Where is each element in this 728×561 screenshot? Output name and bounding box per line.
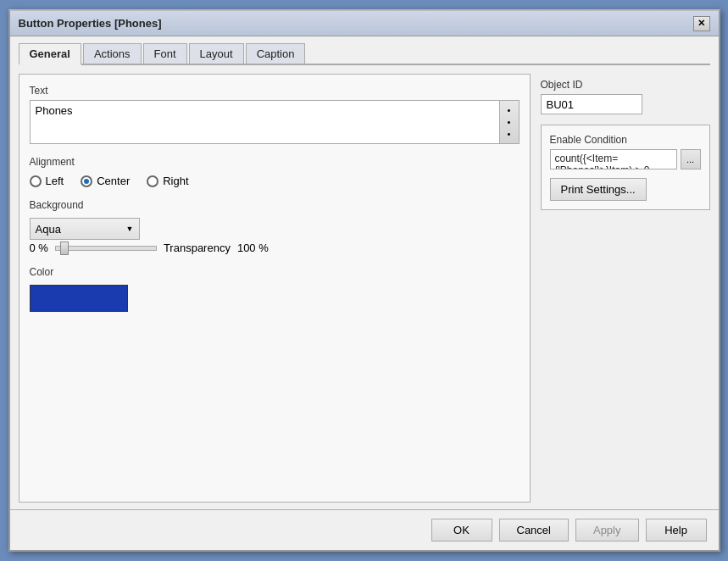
condition-row: count({<Item={'Phones'}>}Item) > 0 ... <box>550 149 701 169</box>
object-id-input[interactable] <box>541 94 642 114</box>
apply-button[interactable]: Apply <box>575 519 639 542</box>
background-row: Aqua ▼ <box>30 218 520 240</box>
transparency-slider[interactable] <box>55 246 157 251</box>
radio-left-circle[interactable] <box>30 175 42 187</box>
ok-button[interactable]: OK <box>431 519 492 542</box>
tab-font[interactable]: Font <box>143 43 187 64</box>
radio-center-label: Center <box>97 175 130 187</box>
transparency-label: Transparency <box>164 242 231 254</box>
object-id-section: Object ID <box>541 79 710 114</box>
color-swatch[interactable] <box>30 285 128 312</box>
condition-text: count({<Item={'Phones'}>}Item) > 0 <box>550 149 677 169</box>
radio-left[interactable]: Left <box>30 175 64 187</box>
dialog-title: Button Properties [Phones] <box>19 17 162 30</box>
transparency-min: 0 % <box>30 242 48 254</box>
dialog-content: General Actions Font Layout Caption Text… <box>10 36 719 509</box>
enable-condition-section: Enable Condition count({<Item={'Phones'}… <box>541 125 710 210</box>
alignment-section: Alignment Left Center Right <box>30 156 520 187</box>
radio-center-circle[interactable] <box>81 175 92 187</box>
ellipsis-icon: • <box>508 105 511 115</box>
radio-right-label: Right <box>163 175 188 187</box>
tab-layout[interactable]: Layout <box>189 43 244 64</box>
dialog-window: Button Properties [Phones] ✕ General Act… <box>8 9 720 552</box>
radio-right[interactable]: Right <box>147 175 188 187</box>
transparency-max: 100 % <box>237 242 269 254</box>
dropdown-arrow-icon: ▼ <box>126 225 134 233</box>
text-input[interactable] <box>30 100 499 144</box>
color-section: Color <box>30 266 520 312</box>
tab-general[interactable]: General <box>19 43 81 65</box>
title-bar: Button Properties [Phones] ✕ <box>10 11 719 36</box>
radio-left-label: Left <box>46 175 64 187</box>
text-field-wrapper: • • • <box>30 100 520 144</box>
text-expand-button[interactable]: • • • <box>499 100 520 144</box>
enable-condition-label: Enable Condition <box>550 134 701 146</box>
help-button[interactable]: Help <box>646 519 707 542</box>
background-value: Aqua <box>36 223 61 236</box>
close-button[interactable]: ✕ <box>693 16 710 31</box>
condition-browse-button[interactable]: ... <box>681 149 701 169</box>
ellipsis-icon2: • <box>508 117 511 127</box>
cancel-button[interactable]: Cancel <box>499 519 569 542</box>
slider-thumb[interactable] <box>60 242 69 255</box>
text-label: Text <box>30 85 520 97</box>
background-dropdown[interactable]: Aqua ▼ <box>30 218 140 240</box>
color-label: Color <box>30 266 520 278</box>
background-label: Background <box>30 199 520 211</box>
transparency-row: 0 % Transparency 100 % <box>30 242 520 254</box>
dialog-footer: OK Cancel Apply Help <box>10 509 719 550</box>
tab-caption[interactable]: Caption <box>246 43 306 64</box>
alignment-radio-group: Left Center Right <box>30 175 520 187</box>
tab-bar: General Actions Font Layout Caption <box>19 43 710 65</box>
radio-right-circle[interactable] <box>147 175 158 187</box>
background-section: Background Aqua ▼ 0 % Transparency 1 <box>30 199 520 254</box>
right-panel: Object ID Enable Condition count({<Item=… <box>541 74 710 503</box>
object-id-label: Object ID <box>541 79 710 91</box>
alignment-label: Alignment <box>30 156 520 168</box>
radio-center[interactable]: Center <box>81 175 130 187</box>
ellipsis-icon3: • <box>508 129 511 139</box>
tab-content-general: Text • • • Alignment <box>19 74 710 503</box>
print-settings-button[interactable]: Print Settings... <box>550 178 647 201</box>
text-section: Text • • • <box>30 85 520 144</box>
tab-actions[interactable]: Actions <box>83 43 142 64</box>
left-panel: Text • • • Alignment <box>19 74 531 503</box>
